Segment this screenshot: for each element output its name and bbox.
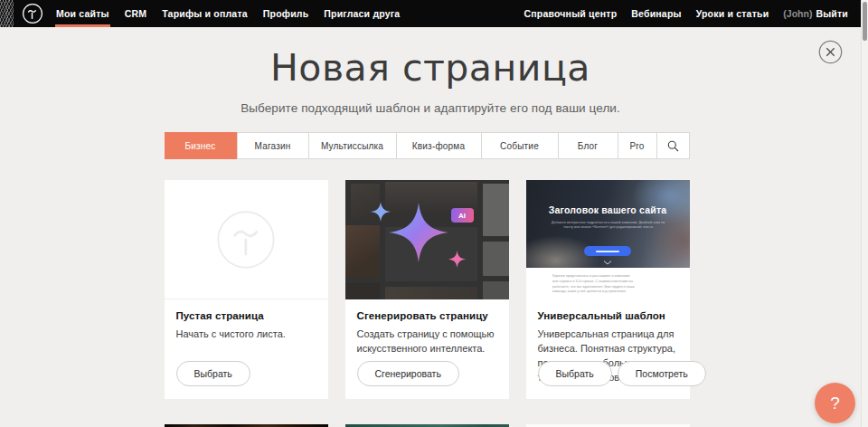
nav-item-webinars[interactable]: Вебинары — [631, 8, 681, 19]
logout-link[interactable]: Выйти — [816, 8, 848, 19]
page-title: Новая страница — [0, 46, 861, 90]
card-title: Сгенерировать страницу — [357, 310, 497, 321]
tilda-logo[interactable] — [22, 3, 43, 24]
tab-business[interactable]: Бизнес — [165, 132, 238, 159]
template-card-universal[interactable]: Заголовок вашего сайта Добавьте интересн… — [526, 180, 690, 399]
card-title: Пустая страница — [176, 310, 316, 321]
tab-blog[interactable]: Блог — [559, 133, 618, 158]
tilda-logo-icon — [22, 3, 43, 24]
close-icon — [818, 40, 843, 64]
tab-multilink[interactable]: Мультиссылка — [309, 133, 397, 158]
nav-item-help-center[interactable]: Справочный центр — [524, 8, 617, 19]
scrollbar-thumb[interactable] — [863, 2, 867, 41]
ai-sparkle-small-icon — [371, 202, 391, 222]
nav-item-profile[interactable]: Профиль — [263, 0, 309, 27]
new-page-modal: Новая страница Выберите подходящий шабло… — [0, 27, 861, 427]
close-button[interactable] — [818, 40, 843, 64]
ai-preview: AI — [345, 180, 509, 299]
tab-quiz-form[interactable]: Квиз-форма — [397, 133, 482, 158]
card-description: Создать страницу с помощью искусственног… — [357, 327, 497, 356]
ai-sparkle-icon — [389, 203, 448, 262]
chevron-down-icon — [603, 261, 612, 265]
template-cards-row: Пустая страница Начать с чистого листа. … — [165, 180, 690, 399]
tab-search[interactable] — [657, 133, 689, 158]
modal-content: Бизнес Магазин Мультиссылка Квиз-форма С… — [165, 132, 690, 427]
template-hero-heading: Заголовок вашего сайта — [526, 204, 690, 215]
ai-sparkle-small-icon — [448, 251, 466, 268]
nav-item-lessons[interactable]: Уроки и статьи — [696, 8, 769, 19]
blank-page-preview — [165, 180, 328, 299]
preview-universal-button[interactable]: Посмотреть — [618, 361, 706, 386]
template-card-ai[interactable]: AI Сгенерировать страницу Создать страни… — [345, 180, 509, 399]
nav-item-my-sites[interactable]: Мои сайты — [56, 0, 109, 27]
tab-store[interactable]: Магазин — [238, 133, 309, 158]
template-hero-subtext: Добавьте интересные подробности о вашей … — [526, 220, 690, 229]
template-category-tabs: Бизнес Магазин Мультиссылка Квиз-форма С… — [165, 132, 690, 159]
card-description: Начать с чистого листа. — [176, 327, 316, 342]
nav-item-invite-friend[interactable]: Пригласи друга — [324, 0, 400, 27]
tab-event[interactable]: Событие — [482, 133, 559, 158]
user-logout: (John) Выйти — [783, 8, 848, 19]
window-edge-pattern — [0, 0, 14, 27]
nav-item-crm[interactable]: CRM — [125, 0, 147, 27]
nav-item-billing[interactable]: Тарифы и оплата — [162, 0, 248, 27]
tab-pro[interactable]: Pro — [618, 133, 657, 158]
ai-badge: AI — [451, 208, 474, 223]
template-body-text: Коротко представьтесь и расскажите о ком… — [552, 273, 690, 294]
help-button[interactable]: ? — [815, 383, 855, 423]
page-subtitle: Выберите подходящий шаблон и адаптируйте… — [0, 101, 861, 115]
generate-button[interactable]: Сгенерировать — [357, 361, 459, 386]
nav-left-menu: Мои сайты CRM Тарифы и оплата Профиль Пр… — [56, 0, 400, 27]
universal-template-preview: Заголовок вашего сайта Добавьте интересн… — [526, 180, 690, 299]
search-icon — [667, 140, 679, 152]
template-body-section: Коротко представьтесь и расскажите о ком… — [526, 268, 690, 299]
help-icon: ? — [830, 394, 840, 413]
template-hero: Заголовок вашего сайта Добавьте интересн… — [526, 180, 690, 268]
choose-blank-button[interactable]: Выбрать — [176, 361, 250, 386]
user-name: (John) — [783, 8, 812, 19]
top-nav: Мои сайты CRM Тарифы и оплата Профиль Пр… — [0, 0, 861, 27]
choose-universal-button[interactable]: Выбрать — [538, 361, 612, 386]
scrollbar[interactable] — [861, 0, 868, 427]
template-card-blank[interactable]: Пустая страница Начать с чистого листа. … — [165, 180, 328, 399]
card-title: Универсальный шаблон — [538, 310, 678, 321]
tilda-watermark-icon — [215, 209, 277, 270]
nav-right-menu: Справочный центр Вебинары Уроки и статьи… — [524, 8, 848, 19]
template-hero-button — [584, 246, 631, 256]
